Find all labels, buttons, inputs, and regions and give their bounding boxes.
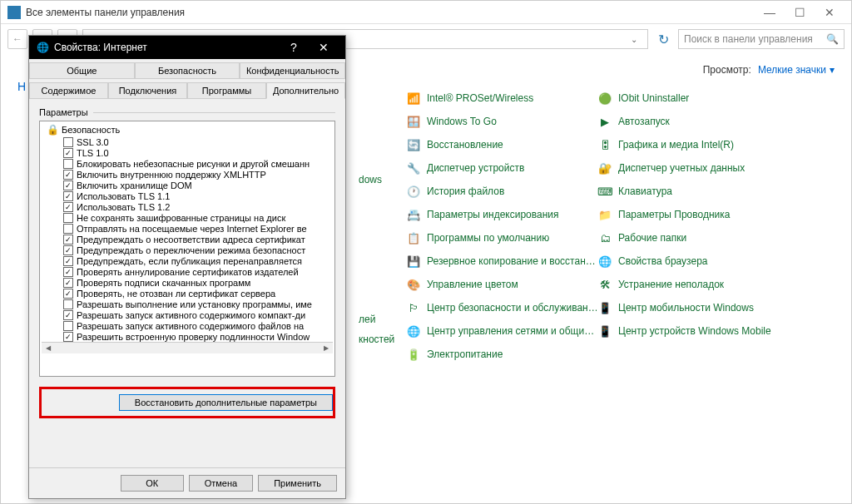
tree-item[interactable]: Использовать TLS 1.1 (42, 190, 333, 201)
cp-item[interactable]: 📋Программы по умолчанию (405, 229, 597, 247)
checkbox[interactable] (63, 170, 73, 180)
cancel-button[interactable]: Отмена (189, 475, 253, 492)
cp-item-icon: 📶 (407, 91, 420, 105)
cp-item[interactable]: 📱Центр мобильности Windows (597, 299, 788, 317)
restore-advanced-button[interactable]: Восстановить дополнительные параметры (119, 394, 333, 411)
tree-item[interactable]: Разрешать запуск активного содержимого к… (42, 309, 333, 320)
scroll-left-icon[interactable]: ◀ (43, 344, 53, 352)
tree-item[interactable]: Разрешать запуск активного содержимого ф… (42, 320, 333, 331)
cp-item[interactable]: 🏳Центр безопасности и обслуживан… (405, 299, 597, 317)
tree-item[interactable]: Разрешать выполнение или установку прогр… (42, 299, 333, 309)
cp-item[interactable]: ⌨Клавиатура (597, 182, 788, 200)
settings-tree[interactable]: 🔒 Безопасность SSL 3.0TLS 1.0Блокировать… (39, 121, 335, 377)
cp-item[interactable]: 💾Резервное копирование и восстан… (405, 252, 597, 270)
truncated-item[interactable]: dows (359, 174, 382, 185)
close-button[interactable]: ✕ (309, 36, 339, 59)
cp-item[interactable]: 🔋Электропитание (405, 345, 597, 363)
checkbox[interactable] (63, 159, 73, 169)
tree-item[interactable]: Не сохранять зашифрованные страницы на д… (42, 212, 333, 223)
tab-Конфиденциальность[interactable]: Конфиденциальность (240, 62, 345, 79)
checkbox[interactable] (63, 213, 73, 223)
maximize-button[interactable]: ☐ (785, 1, 815, 24)
horizontal-scrollbar[interactable]: ◀ ▶ (42, 342, 333, 353)
checkbox[interactable] (63, 180, 73, 190)
cp-item-label: Диспетчер учетных данных (618, 162, 745, 174)
checkbox[interactable] (63, 278, 73, 288)
tab-Подключения[interactable]: Подключения (108, 82, 187, 99)
tree-item[interactable]: Использовать TLS 1.2 (42, 201, 333, 212)
back-button[interactable]: ← (7, 29, 27, 49)
tab-Дополнительно[interactable]: Дополнительно (266, 82, 345, 99)
cp-item[interactable]: 🕐История файлов (405, 182, 597, 200)
cp-item-label: Центр устройств Windows Mobile (618, 325, 771, 337)
view-select[interactable]: Мелкие значки ▾ (758, 64, 835, 76)
scroll-right-icon[interactable]: ▶ (321, 344, 331, 352)
checkbox[interactable] (63, 321, 73, 331)
cp-titlebar: Все элементы панели управления — ☐ ✕ (1, 1, 851, 24)
minimize-button[interactable]: — (755, 1, 785, 24)
tree-item[interactable]: Проверять подписи скачанных программ (42, 277, 333, 288)
tree-item[interactable]: Предупреждать о переключении режима безо… (42, 245, 333, 255)
checkbox[interactable] (63, 289, 73, 299)
internet-properties-dialog: 🌐 Свойства: Интернет ? ✕ ОбщиеБезопаснос… (28, 35, 346, 499)
truncated-item[interactable]: кностей (359, 334, 394, 345)
checkbox[interactable] (63, 191, 73, 201)
checkbox[interactable] (63, 137, 73, 147)
cp-item[interactable]: 📶Intel® PROSet/Wireless (405, 89, 597, 107)
ok-button[interactable]: ОК (121, 475, 184, 492)
tree-item[interactable]: Разрешить встроенную проверку подлинност… (42, 331, 333, 342)
checkbox[interactable] (63, 256, 73, 266)
cp-item-icon: 💾 (407, 254, 420, 268)
checkbox[interactable] (63, 202, 73, 212)
tree-item[interactable]: SSL 3.0 (42, 136, 333, 147)
tree-item[interactable]: Включить хранилище DOM (42, 180, 333, 190)
cp-item[interactable]: 🛠Устранение неполадок (597, 275, 788, 294)
checkbox[interactable] (63, 299, 73, 309)
tree-item[interactable]: Предупреждать, если публикация перенапра… (42, 255, 333, 266)
cp-item[interactable]: 🔄Восстановление (405, 136, 597, 154)
cp-item[interactable]: 📇Параметры индексирования (405, 205, 597, 224)
tree-item[interactable]: Включить внутреннюю поддержку XMLHTTP (42, 169, 333, 180)
cp-item[interactable]: 🌐Свойства браузера (597, 252, 788, 270)
checkbox[interactable] (63, 148, 73, 158)
tab-Содержимое[interactable]: Содержимое (29, 82, 108, 99)
cp-item[interactable]: 🗂Рабочие папки (597, 229, 788, 247)
tree-item[interactable]: Блокировать небезопасные рисунки и друго… (42, 158, 333, 169)
tree-item[interactable]: Отправлять на посещаемые через Internet … (42, 223, 333, 234)
chevron-down-icon[interactable]: ⌄ (627, 35, 641, 44)
cp-item[interactable]: 🌐Центр управления сетями и общи… (405, 322, 597, 340)
tree-item[interactable]: TLS 1.0 (42, 147, 333, 158)
tabs-row-1: ОбщиеБезопасностьКонфиденциальность (29, 59, 345, 79)
apply-button[interactable]: Применить (258, 475, 337, 492)
checkbox[interactable] (63, 310, 73, 320)
cp-item[interactable]: 🎛Графика и медиа Intel(R) (597, 136, 788, 154)
cp-item[interactable]: 🔐Диспетчер учетных данных (597, 159, 788, 177)
tree-item[interactable]: Проверять аннулирование сертификатов изд… (42, 266, 333, 277)
help-button[interactable]: ? (279, 36, 309, 59)
checkbox[interactable] (63, 245, 73, 255)
truncated-item[interactable]: лей (359, 314, 375, 325)
checkbox[interactable] (63, 267, 73, 277)
tree-item[interactable]: Проверять, не отозван ли сертификат серв… (42, 288, 333, 299)
cp-item[interactable]: 🔧Диспетчер устройств (405, 159, 597, 177)
tab-Программы[interactable]: Программы (187, 82, 266, 99)
tree-item[interactable]: Предупреждать о несоответствии адреса се… (42, 234, 333, 245)
cp-item[interactable]: ▶Автозапуск (597, 112, 788, 131)
cp-item-label: Рабочие папки (618, 232, 686, 244)
cp-item-icon: 📱 (598, 301, 612, 314)
tab-Общие[interactable]: Общие (29, 62, 135, 79)
refresh-button[interactable]: ↻ (653, 29, 673, 49)
tab-Безопасность[interactable]: Безопасность (135, 62, 240, 79)
cp-item[interactable]: 🎨Управление цветом (405, 275, 597, 294)
cp-item[interactable]: 🪟Windows To Go (405, 112, 597, 131)
cp-item[interactable]: 🟢IObit Uninstaller (597, 89, 788, 107)
cp-item[interactable]: 📁Параметры Проводника (597, 205, 788, 224)
checkbox[interactable] (63, 332, 73, 342)
cp-item-icon: 🪟 (407, 115, 420, 128)
close-button[interactable]: ✕ (815, 1, 845, 24)
checkbox[interactable] (63, 224, 73, 234)
search-input[interactable]: Поиск в панели управления 🔍 (678, 29, 845, 49)
cp-item[interactable]: 📱Центр устройств Windows Mobile (597, 322, 788, 340)
tree-item-label: Не сохранять зашифрованные страницы на д… (77, 213, 285, 223)
checkbox[interactable] (63, 235, 73, 245)
